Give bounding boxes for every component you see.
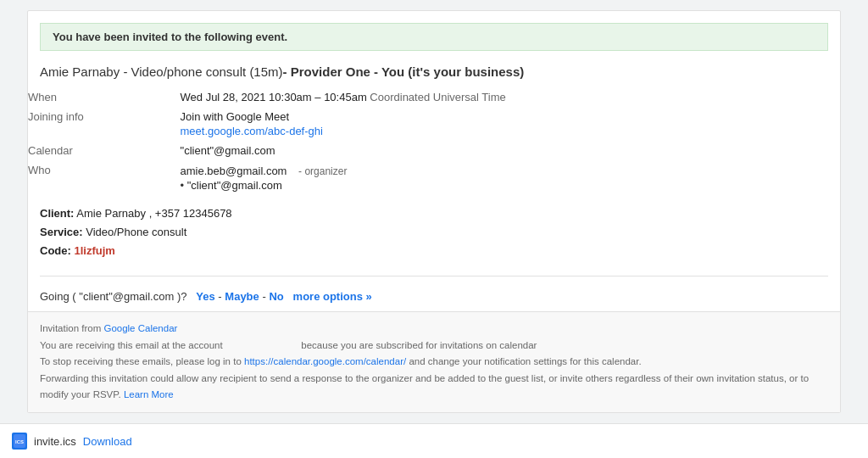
- code-info: Code: 1lizfujm: [40, 242, 828, 260]
- service-info: Service: Video/Phone consult: [40, 223, 828, 242]
- calendar-value: "client"@gmail.com: [181, 141, 840, 160]
- learn-more-link[interactable]: Learn More: [124, 389, 174, 399]
- extra-info: Client: Amie Parnaby , +357 12345678 Ser…: [28, 196, 840, 267]
- rsvp-more-options-link[interactable]: more options »: [293, 290, 372, 303]
- attachment-filename: invite.ics: [34, 435, 76, 448]
- divider: [40, 276, 828, 276]
- footer-line3: Forwarding this invitation could allow a…: [40, 371, 828, 404]
- who-value: amie.beb@gmail.com - organizer "client"@…: [181, 160, 840, 196]
- who-row: Who amie.beb@gmail.com - organizer "clie…: [28, 160, 840, 196]
- footer-line2: To stop receiving these emails, please l…: [40, 354, 828, 371]
- ics-icon: ICS: [12, 433, 27, 450]
- joining-row: Joining info Join with Google Meet meet.…: [28, 107, 840, 141]
- rsvp-no-link[interactable]: No: [269, 290, 283, 303]
- meet-link[interactable]: meet.google.com/abc-def-ghi: [181, 125, 835, 137]
- footer-section: Invitation from Google Calendar You are …: [28, 311, 840, 412]
- attachment-bar: ICS invite.ics Download: [0, 423, 868, 458]
- rsvp-maybe-link[interactable]: Maybe: [225, 290, 259, 303]
- invite-banner: You have been invited to the following e…: [40, 23, 828, 51]
- calendar-label: Calendar: [28, 141, 181, 160]
- event-title: Amie Parnaby - Video/phone consult (15m)…: [28, 59, 840, 87]
- who-attendee-item: "client"@gmail.com: [181, 178, 835, 193]
- footer-line0: Invitation from Google Calendar: [40, 321, 828, 338]
- when-value: Wed Jul 28, 2021 10:30am – 10:45am Coord…: [181, 87, 840, 107]
- client-info: Client: Amie Parnaby , +357 12345678: [40, 204, 828, 223]
- event-details-table: When Wed Jul 28, 2021 10:30am – 10:45am …: [28, 87, 840, 196]
- when-label: When: [28, 87, 181, 107]
- joining-value: Join with Google Meet meet.google.com/ab…: [181, 107, 840, 141]
- when-row: When Wed Jul 28, 2021 10:30am – 10:45am …: [28, 87, 840, 107]
- going-section: Going ( "client"@gmail.com )? Yes - Mayb…: [28, 285, 840, 311]
- footer-line1: You are receiving this email at the acco…: [40, 338, 828, 355]
- svg-text:ICS: ICS: [15, 439, 24, 444]
- calendar-stop-link[interactable]: https://calendar.google.com/calendar/: [244, 356, 406, 366]
- who-label: Who: [28, 160, 181, 196]
- calendar-row: Calendar "client"@gmail.com: [28, 141, 840, 160]
- who-organizer-item: amie.beb@gmail.com - organizer: [181, 164, 835, 178]
- download-button[interactable]: Download: [83, 435, 132, 448]
- google-calendar-link[interactable]: Google Calendar: [103, 323, 177, 333]
- rsvp-yes-link[interactable]: Yes: [196, 290, 214, 303]
- joining-label: Joining info: [28, 107, 181, 141]
